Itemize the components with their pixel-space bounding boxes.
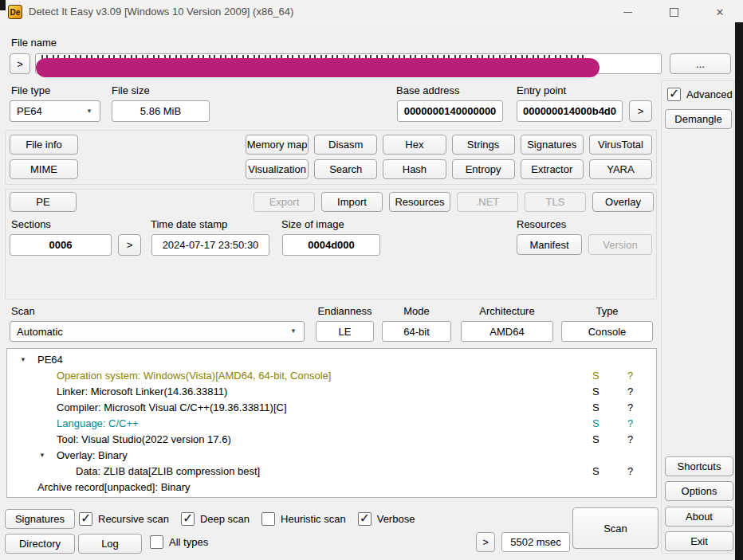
endianness-field[interactable]: LE bbox=[316, 321, 374, 342]
result-text: Language: C/C++ bbox=[57, 417, 139, 429]
result-text: Operation system: Windows(Vista)[AMD64, … bbox=[57, 370, 331, 382]
tool-button-mime[interactable]: MIME bbox=[10, 159, 78, 179]
result-row[interactable]: Archive record[unpacked]: Binary bbox=[7, 480, 656, 495]
result-row[interactable]: Tool: Visual Studio(2022 version 17.6)S? bbox=[7, 432, 656, 448]
info-link[interactable]: ? bbox=[627, 465, 633, 477]
directory-button[interactable]: Directory bbox=[5, 534, 75, 554]
info-link[interactable]: ? bbox=[627, 386, 633, 397]
tool-button-visualization[interactable]: Visualization bbox=[246, 159, 309, 179]
tool-button-file-info[interactable]: File info bbox=[10, 135, 78, 155]
log-button[interactable]: Log bbox=[78, 534, 142, 554]
minimize-icon bbox=[623, 12, 632, 13]
mode-field[interactable]: 64-bit bbox=[382, 321, 451, 342]
sections-arrow-button[interactable]: > bbox=[118, 234, 141, 256]
pe-button-resources[interactable]: Resources bbox=[389, 192, 450, 212]
shortcuts-button[interactable]: Shortcuts bbox=[665, 456, 733, 476]
maximize-button[interactable] bbox=[651, 0, 697, 24]
tool-button-entropy[interactable]: Entropy bbox=[452, 159, 515, 179]
heuristic-scan-checkbox[interactable] bbox=[261, 512, 275, 526]
app-logo-text: De bbox=[10, 8, 21, 17]
window-title: Detect It Easy v3.09 [Windows 10 Version… bbox=[29, 6, 293, 18]
result-row[interactable]: Compiler: Microsoft Visual C/C++(19.36.3… bbox=[7, 400, 656, 416]
resources-label: Resources bbox=[517, 218, 566, 230]
title-bar[interactable]: De Detect It Easy v3.09 [Windows 10 Vers… bbox=[0, 0, 743, 24]
exit-button[interactable]: Exit bbox=[665, 531, 733, 551]
about-button[interactable]: About bbox=[665, 507, 733, 527]
tool-button-strings[interactable]: Strings bbox=[452, 135, 515, 155]
maximize-icon bbox=[670, 8, 678, 17]
close-button[interactable]: ✕ bbox=[697, 0, 743, 24]
size-of-image-field[interactable]: 0004d000 bbox=[282, 234, 380, 256]
recursive-scan-option: Recursive scan bbox=[79, 512, 169, 526]
info-link[interactable]: ? bbox=[627, 433, 633, 445]
demangle-button[interactable]: Demangle bbox=[665, 109, 732, 129]
file-open-arrow-button[interactable]: > bbox=[10, 53, 30, 74]
close-icon: ✕ bbox=[716, 7, 725, 18]
result-row[interactable]: Operation system: Windows(Vista)[AMD64, … bbox=[7, 368, 656, 384]
entry-point-arrow-button[interactable]: > bbox=[629, 100, 652, 122]
signatures-button[interactable]: Signatures bbox=[5, 509, 75, 529]
desktop-background-sliver bbox=[0, 0, 6, 10]
scan-results-tree[interactable]: ▼PE64Operation system: Windows(Vista)[AM… bbox=[6, 348, 657, 498]
pe-button-overlay[interactable]: Overlay bbox=[592, 192, 654, 212]
redaction-bar bbox=[36, 58, 600, 77]
minimize-button[interactable] bbox=[604, 0, 651, 24]
pe-button-import[interactable]: Import bbox=[321, 192, 383, 212]
architecture-field[interactable]: AMD64 bbox=[461, 321, 553, 342]
file-name-label: File name bbox=[11, 37, 57, 49]
scan-method-select[interactable]: Automatic ▼ bbox=[10, 321, 305, 342]
result-row[interactable]: ▼Overlay: Binary bbox=[7, 448, 656, 464]
all-types-checkbox[interactable] bbox=[150, 535, 163, 549]
signature-link[interactable]: S bbox=[592, 401, 600, 413]
signature-link[interactable]: S bbox=[592, 417, 600, 429]
result-row[interactable]: Linker: Microsoft Linker(14.36.33811)S? bbox=[7, 384, 656, 400]
options-button[interactable]: Options bbox=[665, 481, 733, 501]
mode-label: Mode bbox=[382, 305, 451, 317]
deep-scan-option: Deep scan bbox=[181, 512, 250, 526]
tool-button-disasm[interactable]: Disasm bbox=[314, 135, 377, 155]
chevron-down-icon: ▼ bbox=[86, 107, 92, 114]
tool-button-search[interactable]: Search bbox=[314, 159, 377, 179]
signature-link[interactable]: S bbox=[592, 386, 600, 397]
tree-collapse-arrow-icon[interactable]: ▼ bbox=[20, 356, 26, 363]
tool-button-virustotal[interactable]: VirusTotal bbox=[589, 135, 652, 155]
signature-link[interactable]: S bbox=[592, 433, 600, 445]
entry-point-field[interactable]: 000000014000b4d0 bbox=[517, 100, 623, 122]
tool-button-signatures[interactable]: Signatures bbox=[521, 135, 584, 155]
advanced-checkbox[interactable] bbox=[667, 88, 681, 101]
file-size-label: File size bbox=[112, 84, 150, 96]
elapsed-time-field[interactable]: 5502 msec bbox=[501, 532, 570, 552]
signature-link[interactable]: S bbox=[592, 465, 600, 477]
result-text: Data: ZLIB data[ZLIB compression best] bbox=[76, 465, 260, 477]
manifest-button[interactable]: Manifest bbox=[517, 234, 582, 255]
info-link[interactable]: ? bbox=[627, 417, 633, 429]
size-of-image-label: Size of image bbox=[281, 218, 344, 230]
tool-button-extractor[interactable]: Extractor bbox=[521, 159, 584, 179]
tool-button-hex[interactable]: Hex bbox=[383, 135, 446, 155]
tool-button-memory-map[interactable]: Memory map bbox=[246, 135, 309, 155]
base-address-field[interactable]: 0000000140000000 bbox=[397, 100, 503, 122]
signature-link[interactable]: S bbox=[592, 370, 600, 382]
recursive-scan-checkbox[interactable] bbox=[79, 512, 92, 526]
tree-collapse-arrow-icon[interactable]: ▼ bbox=[39, 452, 45, 459]
tool-button-yara[interactable]: YARA bbox=[589, 159, 652, 179]
endianness-label: Endianness bbox=[316, 305, 374, 317]
scan-options-arrow-button[interactable]: > bbox=[476, 532, 495, 552]
type-field[interactable]: Console bbox=[561, 321, 653, 342]
sections-field[interactable]: 0006 bbox=[10, 234, 112, 256]
result-row[interactable]: Language: C/C++S? bbox=[7, 416, 656, 432]
pe-button-export: Export bbox=[254, 192, 315, 212]
browse-button[interactable]: ... bbox=[670, 53, 731, 74]
tool-button-hash[interactable]: Hash bbox=[383, 159, 446, 179]
time-date-stamp-field[interactable]: 2024-07-17 23:50:30 bbox=[151, 234, 269, 256]
file-type-select[interactable]: PE64 ▼ bbox=[10, 100, 100, 122]
info-link[interactable]: ? bbox=[627, 370, 633, 382]
file-size-field[interactable]: 5.86 MiB bbox=[112, 100, 210, 122]
scan-button[interactable]: Scan bbox=[572, 507, 658, 549]
pe-button[interactable]: PE bbox=[10, 192, 77, 212]
result-row[interactable]: Data: ZLIB data[ZLIB compression best]S? bbox=[7, 464, 656, 480]
verbose-checkbox[interactable] bbox=[358, 512, 372, 526]
result-row[interactable]: ▼PE64 bbox=[7, 352, 656, 368]
info-link[interactable]: ? bbox=[627, 401, 633, 413]
deep-scan-checkbox[interactable] bbox=[181, 512, 195, 526]
